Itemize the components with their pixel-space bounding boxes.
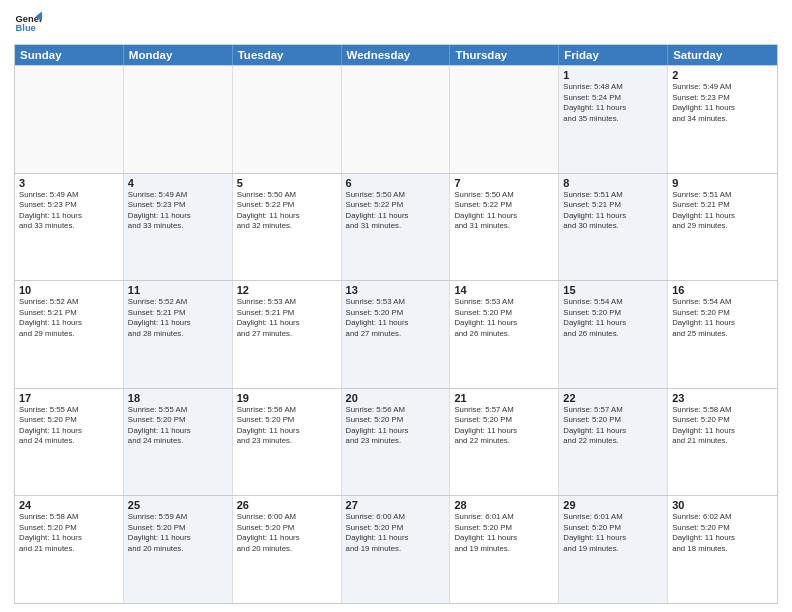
day-cell-16: 16Sunrise: 5:54 AM Sunset: 5:20 PM Dayli… [668, 281, 777, 388]
day-cell-3: 3Sunrise: 5:49 AM Sunset: 5:23 PM Daylig… [15, 174, 124, 281]
week-row-3: 17Sunrise: 5:55 AM Sunset: 5:20 PM Dayli… [15, 388, 777, 496]
day-number: 28 [454, 499, 554, 511]
day-info: Sunrise: 6:01 AM Sunset: 5:20 PM Dayligh… [563, 512, 663, 554]
day-number: 24 [19, 499, 119, 511]
weekday-header-sunday: Sunday [15, 45, 124, 65]
day-cell-17: 17Sunrise: 5:55 AM Sunset: 5:20 PM Dayli… [15, 389, 124, 496]
day-cell-2: 2Sunrise: 5:49 AM Sunset: 5:23 PM Daylig… [668, 66, 777, 173]
day-number: 22 [563, 392, 663, 404]
day-number: 14 [454, 284, 554, 296]
day-cell-30: 30Sunrise: 6:02 AM Sunset: 5:20 PM Dayli… [668, 496, 777, 603]
day-number: 13 [346, 284, 446, 296]
day-cell-29: 29Sunrise: 6:01 AM Sunset: 5:20 PM Dayli… [559, 496, 668, 603]
day-number: 12 [237, 284, 337, 296]
day-cell-empty [450, 66, 559, 173]
day-number: 4 [128, 177, 228, 189]
day-cell-4: 4Sunrise: 5:49 AM Sunset: 5:23 PM Daylig… [124, 174, 233, 281]
day-number: 25 [128, 499, 228, 511]
calendar-header: SundayMondayTuesdayWednesdayThursdayFrid… [15, 45, 777, 65]
day-info: Sunrise: 5:55 AM Sunset: 5:20 PM Dayligh… [128, 405, 228, 447]
day-number: 30 [672, 499, 773, 511]
day-cell-18: 18Sunrise: 5:55 AM Sunset: 5:20 PM Dayli… [124, 389, 233, 496]
day-number: 18 [128, 392, 228, 404]
day-info: Sunrise: 5:56 AM Sunset: 5:20 PM Dayligh… [346, 405, 446, 447]
day-info: Sunrise: 5:50 AM Sunset: 5:22 PM Dayligh… [237, 190, 337, 232]
weekday-header-friday: Friday [559, 45, 668, 65]
day-cell-23: 23Sunrise: 5:58 AM Sunset: 5:20 PM Dayli… [668, 389, 777, 496]
day-info: Sunrise: 5:59 AM Sunset: 5:20 PM Dayligh… [128, 512, 228, 554]
day-cell-6: 6Sunrise: 5:50 AM Sunset: 5:22 PM Daylig… [342, 174, 451, 281]
weekday-header-tuesday: Tuesday [233, 45, 342, 65]
day-number: 26 [237, 499, 337, 511]
day-cell-22: 22Sunrise: 5:57 AM Sunset: 5:20 PM Dayli… [559, 389, 668, 496]
weekday-header-wednesday: Wednesday [342, 45, 451, 65]
day-info: Sunrise: 5:49 AM Sunset: 5:23 PM Dayligh… [672, 82, 773, 124]
day-info: Sunrise: 5:56 AM Sunset: 5:20 PM Dayligh… [237, 405, 337, 447]
day-number: 21 [454, 392, 554, 404]
day-number: 6 [346, 177, 446, 189]
day-info: Sunrise: 5:53 AM Sunset: 5:20 PM Dayligh… [454, 297, 554, 339]
day-cell-19: 19Sunrise: 5:56 AM Sunset: 5:20 PM Dayli… [233, 389, 342, 496]
day-number: 19 [237, 392, 337, 404]
weekday-header-monday: Monday [124, 45, 233, 65]
day-cell-25: 25Sunrise: 5:59 AM Sunset: 5:20 PM Dayli… [124, 496, 233, 603]
day-info: Sunrise: 6:00 AM Sunset: 5:20 PM Dayligh… [237, 512, 337, 554]
calendar: SundayMondayTuesdayWednesdayThursdayFrid… [14, 44, 778, 604]
day-cell-11: 11Sunrise: 5:52 AM Sunset: 5:21 PM Dayli… [124, 281, 233, 388]
day-cell-empty [15, 66, 124, 173]
weekday-header-thursday: Thursday [450, 45, 559, 65]
day-cell-1: 1Sunrise: 5:48 AM Sunset: 5:24 PM Daylig… [559, 66, 668, 173]
day-number: 7 [454, 177, 554, 189]
day-cell-7: 7Sunrise: 5:50 AM Sunset: 5:22 PM Daylig… [450, 174, 559, 281]
day-info: Sunrise: 5:57 AM Sunset: 5:20 PM Dayligh… [454, 405, 554, 447]
day-number: 10 [19, 284, 119, 296]
header: General Blue [14, 10, 778, 38]
day-number: 1 [563, 69, 663, 81]
day-cell-28: 28Sunrise: 6:01 AM Sunset: 5:20 PM Dayli… [450, 496, 559, 603]
day-cell-empty [124, 66, 233, 173]
day-info: Sunrise: 5:51 AM Sunset: 5:21 PM Dayligh… [563, 190, 663, 232]
day-cell-12: 12Sunrise: 5:53 AM Sunset: 5:21 PM Dayli… [233, 281, 342, 388]
week-row-4: 24Sunrise: 5:58 AM Sunset: 5:20 PM Dayli… [15, 495, 777, 603]
day-number: 20 [346, 392, 446, 404]
svg-text:Blue: Blue [16, 23, 36, 33]
day-number: 15 [563, 284, 663, 296]
day-cell-9: 9Sunrise: 5:51 AM Sunset: 5:21 PM Daylig… [668, 174, 777, 281]
day-cell-20: 20Sunrise: 5:56 AM Sunset: 5:20 PM Dayli… [342, 389, 451, 496]
day-cell-13: 13Sunrise: 5:53 AM Sunset: 5:20 PM Dayli… [342, 281, 451, 388]
day-number: 5 [237, 177, 337, 189]
page: General Blue SundayMondayTuesdayWednesda… [0, 0, 792, 612]
day-cell-5: 5Sunrise: 5:50 AM Sunset: 5:22 PM Daylig… [233, 174, 342, 281]
day-number: 11 [128, 284, 228, 296]
day-number: 17 [19, 392, 119, 404]
day-cell-empty [233, 66, 342, 173]
day-info: Sunrise: 5:52 AM Sunset: 5:21 PM Dayligh… [19, 297, 119, 339]
day-info: Sunrise: 5:49 AM Sunset: 5:23 PM Dayligh… [19, 190, 119, 232]
day-info: Sunrise: 5:52 AM Sunset: 5:21 PM Dayligh… [128, 297, 228, 339]
day-cell-15: 15Sunrise: 5:54 AM Sunset: 5:20 PM Dayli… [559, 281, 668, 388]
day-info: Sunrise: 5:57 AM Sunset: 5:20 PM Dayligh… [563, 405, 663, 447]
day-info: Sunrise: 5:50 AM Sunset: 5:22 PM Dayligh… [454, 190, 554, 232]
day-number: 8 [563, 177, 663, 189]
day-number: 16 [672, 284, 773, 296]
day-info: Sunrise: 5:53 AM Sunset: 5:21 PM Dayligh… [237, 297, 337, 339]
day-info: Sunrise: 5:54 AM Sunset: 5:20 PM Dayligh… [672, 297, 773, 339]
day-cell-empty [342, 66, 451, 173]
day-cell-8: 8Sunrise: 5:51 AM Sunset: 5:21 PM Daylig… [559, 174, 668, 281]
day-number: 2 [672, 69, 773, 81]
day-cell-10: 10Sunrise: 5:52 AM Sunset: 5:21 PM Dayli… [15, 281, 124, 388]
day-info: Sunrise: 5:54 AM Sunset: 5:20 PM Dayligh… [563, 297, 663, 339]
day-cell-27: 27Sunrise: 6:00 AM Sunset: 5:20 PM Dayli… [342, 496, 451, 603]
logo: General Blue [14, 10, 42, 38]
day-info: Sunrise: 6:00 AM Sunset: 5:20 PM Dayligh… [346, 512, 446, 554]
day-info: Sunrise: 5:48 AM Sunset: 5:24 PM Dayligh… [563, 82, 663, 124]
day-number: 23 [672, 392, 773, 404]
calendar-body: 1Sunrise: 5:48 AM Sunset: 5:24 PM Daylig… [15, 65, 777, 603]
day-number: 29 [563, 499, 663, 511]
day-number: 9 [672, 177, 773, 189]
week-row-1: 3Sunrise: 5:49 AM Sunset: 5:23 PM Daylig… [15, 173, 777, 281]
day-info: Sunrise: 5:49 AM Sunset: 5:23 PM Dayligh… [128, 190, 228, 232]
day-info: Sunrise: 5:53 AM Sunset: 5:20 PM Dayligh… [346, 297, 446, 339]
day-cell-26: 26Sunrise: 6:00 AM Sunset: 5:20 PM Dayli… [233, 496, 342, 603]
day-info: Sunrise: 6:02 AM Sunset: 5:20 PM Dayligh… [672, 512, 773, 554]
